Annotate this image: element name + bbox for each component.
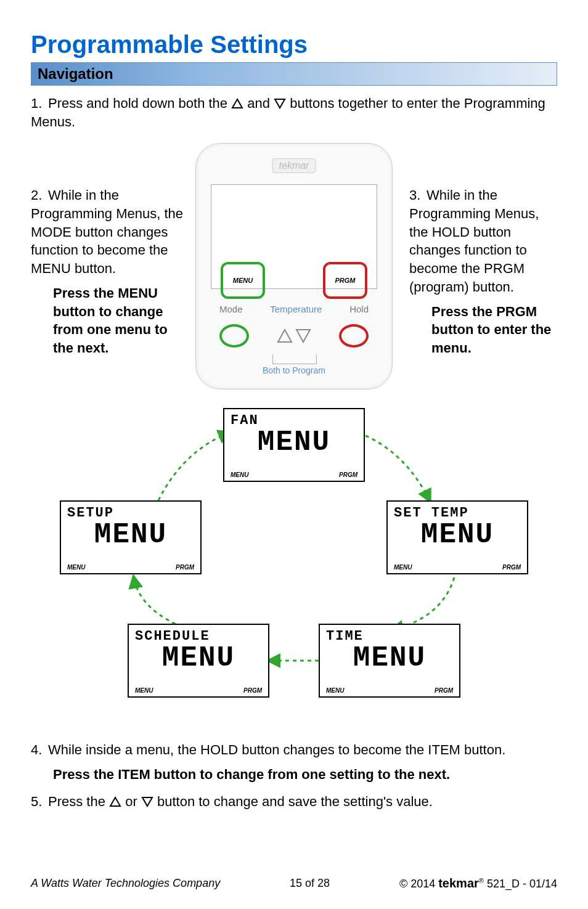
mode-label: Mode (219, 304, 243, 314)
footer-company: A Watts Water Technologies Company (31, 877, 220, 890)
hold-button[interactable] (339, 324, 369, 348)
step-1-text-a: Press and hold down both the (48, 96, 231, 111)
up-triangle-icon (231, 98, 243, 109)
footer-docid: 521_D - 01/14 (484, 878, 557, 890)
step-2-text: While in the Programming Menus, the MODE… (31, 187, 183, 276)
temp-down-icon[interactable] (295, 328, 311, 343)
page-footer: A Watts Water Technologies Company 15 of… (31, 876, 557, 891)
menu-right-tag: PRGM (435, 687, 453, 694)
device-logo: tekmar (272, 158, 316, 173)
step-4-bold: Press the ITEM button to change from one… (31, 765, 557, 784)
menu-right-tag: PRGM (176, 564, 194, 571)
menu-left-tag: MENU (326, 687, 344, 694)
footer-copy-prefix: © 2014 (399, 878, 438, 890)
menu-left-tag: MENU (231, 471, 248, 478)
step-4-number: 4. (31, 741, 48, 759)
menu-word: MENU (231, 428, 357, 457)
menu-left-tag: MENU (135, 687, 153, 694)
menu-box-settemp: SET TEMP MENU MENUPRGM (386, 500, 528, 574)
step-2-bold: Press the MENU button to change from one… (31, 284, 185, 357)
section-header: Navigation (31, 62, 557, 86)
menu-word: MENU (394, 521, 521, 549)
menu-label: MENU (233, 277, 253, 284)
menu-left-tag: MENU (394, 564, 412, 571)
step-3: 3.While in the Programming Menus, the HO… (409, 186, 557, 296)
menu-left-tag: MENU (67, 564, 85, 571)
footer-brand: tekmar (438, 876, 479, 890)
menu-box-setup: SETUP MENU MENUPRGM (60, 500, 202, 574)
menu-word: MENU (326, 644, 453, 672)
registered-icon: ® (479, 877, 484, 884)
menu-right-tag: PRGM (339, 471, 357, 478)
menu-word: MENU (67, 521, 194, 549)
down-triangle-icon (141, 796, 153, 807)
step-3-number: 3. (409, 186, 427, 205)
step-5-number: 5. (31, 793, 48, 811)
step-2-number: 2. (31, 186, 48, 205)
temperature-label: Temperature (270, 304, 322, 314)
temp-up-icon[interactable] (277, 328, 293, 343)
step-5-text-b: or (121, 794, 141, 809)
menu-right-tag: PRGM (243, 687, 262, 694)
hold-label: Hold (349, 304, 369, 314)
menu-box-fan: FAN MENU MENUPRGM (223, 408, 365, 482)
step-1-number: 1. (31, 94, 48, 113)
down-triangle-icon (274, 98, 286, 109)
step-3-text: While in the Programming Menus, the HOLD… (409, 187, 539, 294)
step-5-text-c: button to change and save the setting's … (153, 794, 433, 809)
temperature-buttons[interactable] (277, 328, 311, 343)
footer-page-number: 15 of 28 (290, 877, 330, 890)
menu-button-highlight: MENU (221, 262, 265, 299)
menu-box-schedule: SCHEDULE MENU MENUPRGM (128, 624, 269, 698)
both-to-program-label: Both to Program (196, 365, 392, 375)
bracket-icon (272, 354, 317, 364)
step-3-bold: Press the PRGM button to enter the menu. (409, 303, 557, 357)
menu-word: MENU (135, 644, 262, 672)
step-2: 2.While in the Programming Menus, the MO… (31, 186, 185, 277)
step-1: 1.Press and hold down both the and butto… (31, 94, 557, 131)
thermostat-device: tekmar MENU PRGM Mode Temperature Hold (195, 143, 393, 389)
prgm-label: PRGM (335, 277, 356, 284)
button-labels-row: Mode Temperature Hold (219, 304, 369, 314)
step-4: 4.While inside a menu, the HOLD button c… (31, 741, 557, 759)
menu-right-tag: PRGM (502, 564, 521, 571)
footer-copyright: © 2014 tekmar® 521_D - 01/14 (399, 876, 557, 891)
prgm-button-highlight: PRGM (323, 262, 367, 299)
step-1-text-b: and (243, 96, 274, 111)
menu-cycle-diagram: FAN MENU MENUPRGM SET TEMP MENU MENUPRGM… (60, 408, 528, 728)
menu-box-time: TIME MENU MENUPRGM (319, 624, 460, 698)
step-5-text-a: Press the (48, 794, 109, 809)
up-triangle-icon (109, 796, 121, 807)
mode-button[interactable] (219, 324, 249, 348)
step-4-text: While inside a menu, the HOLD button cha… (48, 742, 505, 757)
step-5: 5.Press the or button to change and save… (31, 793, 557, 811)
page-title: Programmable Settings (31, 31, 557, 59)
